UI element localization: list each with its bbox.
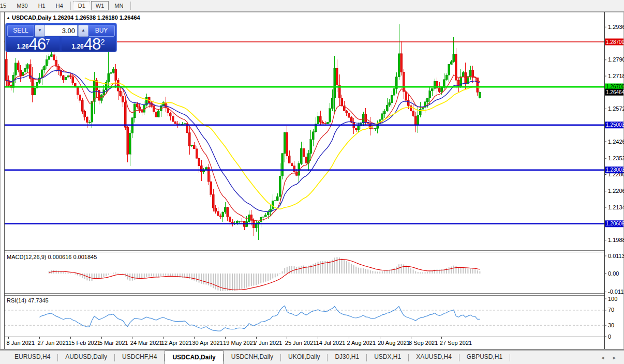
chart-tab-audusd-daily[interactable]: AUDUSD,Daily bbox=[58, 351, 114, 364]
svg-text:1.25720: 1.25720 bbox=[608, 105, 624, 112]
timeframe-button-mn[interactable]: MN bbox=[110, 1, 128, 10]
svg-text:1.25003: 1.25003 bbox=[606, 122, 624, 128]
timeframe-button-d1[interactable]: D1 bbox=[73, 1, 90, 10]
buy-price-display[interactable]: 1.26482 bbox=[62, 37, 115, 51]
chart-tab-usdcnh-daily[interactable]: USDCNH,Daily bbox=[224, 351, 280, 364]
volume-input[interactable]: 3.00 bbox=[44, 25, 78, 36]
svg-text:1.19880: 1.19880 bbox=[608, 237, 624, 243]
toolbar-separator bbox=[70, 2, 71, 10]
chart-symbol-period: USDCAD,Daily bbox=[12, 14, 51, 21]
svg-text:100: 100 bbox=[608, 296, 617, 302]
chart-tabs: EURUSD,H4AUDUSD,DailyUSDCHF,H4USDCAD,Dai… bbox=[0, 351, 510, 364]
chart-tab-ukoil-daily[interactable]: UKOil,Daily bbox=[281, 351, 327, 364]
svg-text:12 Apr 2021: 12 Apr 2021 bbox=[161, 340, 192, 346]
sell-price-display[interactable]: 1.26467 bbox=[7, 37, 60, 51]
mt4-window: 15M30H1H4D1W1MN 1.293601.279001.271801.2… bbox=[0, 0, 624, 364]
svg-text:-0.01190: -0.01190 bbox=[608, 289, 624, 295]
one-click-trading-panel: SELL ▼ 3.00 ▲ BUY 1.26467 1.26482 bbox=[5, 23, 117, 52]
chart-tab-usdx-h1[interactable]: USDX,H1 bbox=[367, 351, 408, 364]
svg-text:25 Jun 2021: 25 Jun 2021 bbox=[285, 340, 317, 346]
chart-tab-eurusd-h4[interactable]: EURUSD,H4 bbox=[7, 351, 57, 364]
svg-text:7 Jun 2021: 7 Jun 2021 bbox=[254, 340, 282, 346]
svg-text:1.23520: 1.23520 bbox=[608, 155, 624, 161]
price-chart[interactable]: 1.293601.279001.271801.257201.242601.235… bbox=[0, 12, 624, 350]
timeframe-button-15[interactable]: 15 bbox=[0, 1, 11, 10]
svg-text:1.29360: 1.29360 bbox=[608, 24, 624, 30]
svg-text:5 Mar 2021: 5 Mar 2021 bbox=[99, 340, 128, 346]
toolbar-separator bbox=[130, 2, 131, 10]
svg-text:70: 70 bbox=[608, 307, 614, 313]
svg-text:1.27180: 1.27180 bbox=[608, 73, 624, 79]
chart-ohlc-values: 1.26204 1.26538 1.26180 1.26464 bbox=[53, 14, 140, 21]
tab-separator bbox=[510, 354, 510, 361]
tabs-scroll-right-icon[interactable]: ► bbox=[612, 355, 617, 360]
rsi-value: 47.7345 bbox=[28, 297, 49, 304]
timeframe-button-h1[interactable]: H1 bbox=[34, 1, 50, 10]
svg-text:30: 30 bbox=[608, 322, 614, 328]
chart-window: 1.293601.279001.271801.257201.242601.235… bbox=[0, 12, 624, 350]
rsi-indicator-label: RSI(14) 47.7345 bbox=[7, 297, 49, 304]
chevron-down-icon: ▼ bbox=[38, 28, 42, 33]
svg-text:14 Jul 2021: 14 Jul 2021 bbox=[316, 340, 346, 346]
svg-text:27 Sep 2021: 27 Sep 2021 bbox=[440, 340, 472, 346]
timeframe-button-h4[interactable]: H4 bbox=[51, 1, 68, 10]
chart-tab-xauusd-h4[interactable]: XAUUSD,H4 bbox=[409, 351, 459, 364]
macd-indicator-label: MACD(12,26,9) 0.000616 0.001845 bbox=[7, 254, 97, 260]
svg-text:1.26464: 1.26464 bbox=[606, 89, 624, 95]
svg-text:8 Jan 2021: 8 Jan 2021 bbox=[7, 340, 35, 346]
tabs-scroll-left-icon[interactable]: ◄ bbox=[600, 355, 605, 360]
chart-tab-usdchf-h4[interactable]: USDCHF,H4 bbox=[115, 351, 164, 364]
svg-text:1.21340: 1.21340 bbox=[608, 204, 624, 210]
svg-text:20 Aug 2021: 20 Aug 2021 bbox=[378, 340, 410, 346]
macd-main-value: 0.000616 bbox=[48, 254, 71, 260]
chart-tab-usdcad-daily[interactable]: USDCAD,Daily bbox=[165, 351, 223, 364]
chart-tab-dj30-h1[interactable]: DJ30,H1 bbox=[328, 351, 366, 364]
svg-text:1.23003: 1.23003 bbox=[606, 167, 624, 173]
svg-text:15 Feb 2021: 15 Feb 2021 bbox=[68, 340, 100, 346]
svg-text:1.22060: 1.22060 bbox=[608, 188, 624, 194]
timeframe-button-m30[interactable]: M30 bbox=[12, 1, 32, 10]
chart-title: ▲ USDCAD,Daily 1.26204 1.26538 1.26180 1… bbox=[6, 14, 140, 21]
svg-text:1.20609: 1.20609 bbox=[606, 221, 624, 226]
chevron-up-icon: ▲ bbox=[81, 28, 85, 33]
timeframe-button-w1[interactable]: W1 bbox=[91, 1, 109, 10]
svg-text:8 Sep 2021: 8 Sep 2021 bbox=[409, 340, 438, 346]
svg-text:19 May 2021: 19 May 2021 bbox=[223, 340, 256, 346]
svg-text:1.27900: 1.27900 bbox=[608, 56, 624, 63]
svg-text:1.24260: 1.24260 bbox=[608, 139, 624, 145]
svg-text:30 Apr 2021: 30 Apr 2021 bbox=[192, 340, 222, 346]
svg-text:24 Mar 2021: 24 Mar 2021 bbox=[130, 340, 162, 346]
svg-text:0: 0 bbox=[608, 333, 611, 340]
collapse-arrow-icon[interactable]: ▲ bbox=[6, 16, 10, 20]
chart-tab-gbpusd-h1[interactable]: GBPUSD,H1 bbox=[459, 351, 510, 364]
svg-text:2 Aug 2021: 2 Aug 2021 bbox=[347, 340, 376, 346]
svg-text:1.28700: 1.28700 bbox=[606, 39, 624, 45]
svg-text:0.00: 0.00 bbox=[608, 270, 619, 277]
macd-signal-value: 0.001845 bbox=[73, 254, 97, 260]
chart-tabs-bar: EURUSD,H4AUDUSD,DailyUSDCHF,H4USDCAD,Dai… bbox=[0, 350, 624, 364]
tab-scroll-controls: ◄ ► bbox=[600, 351, 624, 364]
svg-text:27 Jan 2021: 27 Jan 2021 bbox=[37, 340, 69, 346]
svg-text:0.01135: 0.01135 bbox=[608, 253, 624, 259]
timeframe-toolbar: 15M30H1H4D1W1MN bbox=[0, 0, 624, 12]
